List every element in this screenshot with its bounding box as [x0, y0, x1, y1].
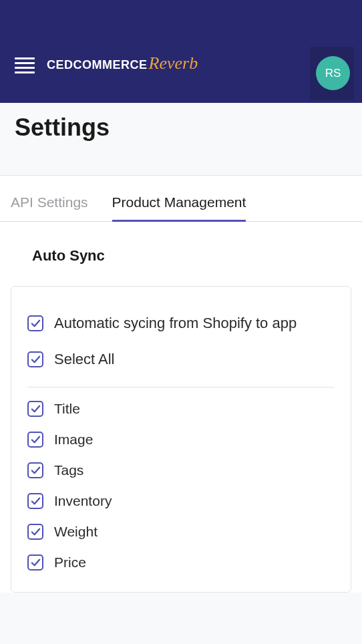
checkbox-price[interactable]: [27, 554, 43, 571]
content-area: API Settings Product Management Auto Syn…: [0, 176, 362, 593]
checkbox-label-auto-sync: Automatic sycing from Shopify to app: [54, 315, 297, 332]
logo-main-text: CEDCOMMERCE: [47, 58, 148, 72]
check-icon: [31, 558, 41, 568]
tabs: API Settings Product Management: [0, 176, 362, 222]
tab-product-management[interactable]: Product Management: [112, 194, 246, 222]
checkbox-label-select-all: Select All: [54, 351, 115, 368]
check-icon: [31, 496, 41, 506]
checkbox-label-inventory: Inventory: [54, 493, 112, 509]
checkbox-weight[interactable]: [27, 524, 43, 540]
checkbox-label-tags: Tags: [54, 462, 83, 478]
check-icon: [31, 435, 41, 445]
checkbox-title[interactable]: [27, 401, 43, 417]
checkbox-label-title: Title: [54, 401, 80, 417]
check-icon: [31, 355, 41, 365]
checkbox-row-tags: Tags: [27, 456, 335, 485]
checkbox-row-auto-sync: Automatic sycing from Shopify to app: [27, 305, 335, 341]
auto-sync-card: Automatic sycing from Shopify to app Sel…: [11, 286, 351, 593]
page-title-area: Settings: [0, 103, 362, 176]
avatar-initials: RS: [325, 67, 341, 80]
app-header: CEDCOMMERCE Reverb RS: [0, 0, 362, 103]
checkbox-row-image: Image: [27, 425, 335, 454]
checkbox-label-image: Image: [54, 432, 93, 448]
check-icon: [31, 404, 41, 414]
checkbox-row-price: Price: [27, 548, 335, 577]
checkbox-row-select-all: Select All: [27, 341, 335, 377]
checkbox-row-inventory: Inventory: [27, 486, 335, 516]
checkbox-select-all[interactable]: [27, 351, 43, 367]
brand-logo: CEDCOMMERCE Reverb: [47, 53, 198, 73]
page-title: Settings: [15, 114, 347, 142]
checkbox-label-weight: Weight: [54, 524, 98, 540]
checkbox-row-title: Title: [27, 394, 335, 424]
hamburger-menu-icon[interactable]: [15, 57, 35, 73]
divider: [27, 387, 335, 387]
logo-sub-text: Reverb: [149, 53, 198, 73]
checkbox-label-price: Price: [54, 554, 86, 571]
sync-options-list: Title Image Tags Inventory: [27, 394, 335, 577]
tab-api-settings[interactable]: API Settings: [11, 194, 88, 222]
check-icon: [31, 527, 41, 537]
checkbox-tags[interactable]: [27, 462, 43, 478]
checkbox-row-weight: Weight: [27, 517, 335, 546]
section-title-auto-sync: Auto Sync: [0, 222, 362, 278]
checkbox-inventory[interactable]: [27, 493, 43, 509]
checkbox-auto-sync[interactable]: [27, 315, 43, 331]
check-icon: [31, 466, 41, 476]
checkbox-image[interactable]: [27, 432, 43, 448]
check-icon: [31, 319, 41, 329]
user-avatar[interactable]: RS: [316, 56, 350, 90]
